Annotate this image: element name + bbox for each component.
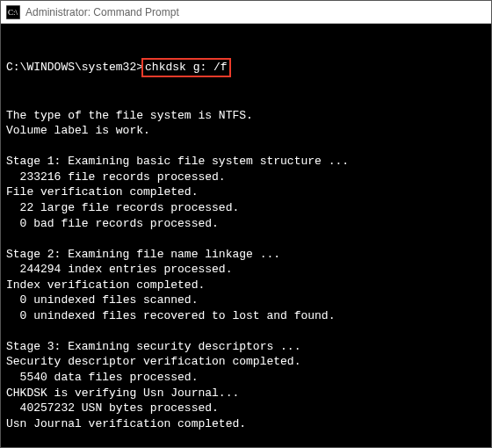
prompt-path: C:\WINDOWS\system32>	[6, 60, 143, 76]
output-line	[6, 431, 486, 447]
output-line: Stage 3: Examining security descriptors …	[6, 339, 486, 355]
output-line: 0 unindexed files recovered to lost and …	[6, 308, 486, 324]
output-line: File verification completed.	[6, 184, 486, 200]
svg-text:C:\: C:\	[8, 8, 18, 17]
output-line: Index verification completed.	[6, 278, 486, 293]
output-line: The type of the file system is NTFS.	[6, 108, 486, 124]
output-line	[6, 139, 486, 155]
output-container: The type of the file system is NTFS.Volu…	[6, 108, 486, 447]
output-line: CHKDSK is verifying Usn Journal...	[6, 386, 486, 401]
output-line	[6, 323, 486, 339]
window-title: Administrator: Command Prompt	[25, 6, 179, 18]
output-line: Security descriptor verification complet…	[6, 354, 486, 370]
command-prompt-window: C:\ Administrator: Command Prompt C:\WIN…	[0, 0, 492, 448]
output-line: Usn Journal verification completed.	[6, 416, 486, 432]
cmd-icon: C:\	[6, 5, 20, 19]
output-line: 40257232 USN bytes processed.	[6, 401, 486, 416]
output-line	[6, 231, 486, 247]
output-line: Volume label is work.	[6, 123, 486, 139]
titlebar[interactable]: C:\ Administrator: Command Prompt	[1, 1, 491, 24]
output-line: Stage 2: Examining file name linkage ...	[6, 247, 486, 263]
output-line: 233216 file records processed.	[6, 170, 486, 185]
output-line: 22 large file records processed.	[6, 200, 486, 216]
command-line: C:\WINDOWS\system32>chkdsk g: /f	[6, 58, 486, 77]
terminal-area[interactable]: C:\WINDOWS\system32>chkdsk g: /f The typ…	[1, 24, 491, 447]
output-line: 0 bad file records processed.	[6, 216, 486, 232]
output-line: 0 unindexed files scanned.	[6, 293, 486, 308]
typed-command: chkdsk g: /f	[141, 58, 231, 77]
output-line: 244294 index entries processed.	[6, 262, 486, 278]
output-line: Stage 1: Examining basic file system str…	[6, 154, 486, 170]
output-line: 5540 data files processed.	[6, 370, 486, 386]
